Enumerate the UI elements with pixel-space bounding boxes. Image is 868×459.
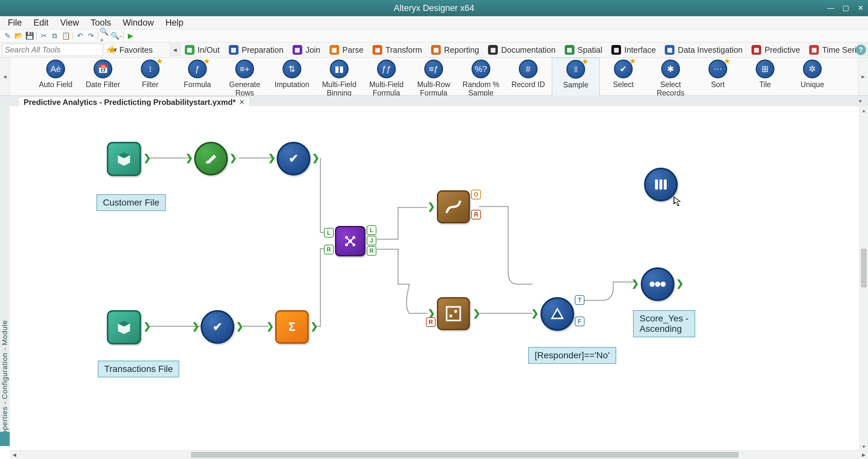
node-select-customer[interactable]: ✔: [277, 142, 310, 176]
category-preparation[interactable]: ▦Preparation: [224, 44, 288, 56]
category-transform[interactable]: ▦Transform: [368, 44, 427, 56]
category-spatial[interactable]: ▦Spatial: [560, 44, 607, 56]
node-input-customer[interactable]: [107, 142, 141, 176]
canvas[interactable]: Customer File ✔ Transactions File ✔ Σ: [10, 106, 868, 451]
scroll-up-icon[interactable]: ▴: [860, 106, 868, 115]
category-documentation[interactable]: ▦Documentation: [484, 44, 560, 56]
tool-auto-field[interactable]: AėAuto Field: [32, 58, 79, 97]
maximize-button[interactable]: ▢: [838, 0, 853, 16]
tab-close-icon[interactable]: ✕: [239, 98, 245, 106]
menu-window[interactable]: Window: [117, 17, 160, 29]
category-predictive[interactable]: ▦Predictive: [747, 44, 805, 56]
port-true-out[interactable]: T: [575, 295, 585, 305]
horizontal-scrollbar[interactable]: ◂ ▸: [10, 450, 868, 459]
output-port[interactable]: [143, 152, 151, 164]
menu-view[interactable]: View: [54, 17, 85, 29]
input-port[interactable]: [268, 152, 275, 164]
node-sample-drag[interactable]: [644, 168, 678, 201]
node-filter[interactable]: T F: [540, 297, 574, 331]
node-input-transactions[interactable]: [107, 310, 141, 344]
node-sort[interactable]: [641, 267, 675, 301]
redo-icon[interactable]: ↷: [86, 31, 96, 41]
tool-random-sample[interactable]: %?Random % Sample: [457, 58, 504, 97]
tool-multi-field-formula[interactable]: ƒƒMulti-Field Formula: [363, 58, 410, 97]
favorites-tab[interactable]: ★ Favorites: [104, 44, 170, 56]
output-port[interactable]: [312, 152, 319, 164]
tool-sort[interactable]: ⋯★Sort: [694, 58, 741, 97]
input-port[interactable]: [531, 307, 538, 319]
tool-generate-rows[interactable]: ≡+Generate Rows: [221, 58, 268, 97]
zoom-out-icon[interactable]: 🔍-: [111, 31, 122, 41]
node-score-top[interactable]: O R: [437, 190, 470, 223]
copy-icon[interactable]: ⧉: [49, 31, 60, 41]
new-icon[interactable]: ✎: [2, 31, 13, 41]
tool-select-records[interactable]: ✱Select Records: [647, 58, 694, 97]
tool-record-id[interactable]: #Record ID: [504, 58, 552, 97]
input-port[interactable]: [192, 320, 199, 332]
node-summarize[interactable]: Σ: [275, 310, 309, 344]
search-input[interactable]: [2, 45, 105, 55]
help-icon[interactable]: ?: [856, 45, 866, 55]
tool-tile[interactable]: ⊞Tile: [741, 58, 789, 97]
tool-filter[interactable]: ⫶★Filter: [127, 58, 174, 97]
output-port[interactable]: [676, 277, 684, 289]
join-port-l-out[interactable]: L: [367, 225, 376, 235]
category-in-out[interactable]: ▦In/Out: [180, 44, 224, 56]
output-port[interactable]: [236, 320, 243, 332]
node-join[interactable]: L R L J R: [335, 226, 365, 256]
tool-unique[interactable]: ✲Unique: [789, 58, 836, 97]
category-interface[interactable]: ▦Interface: [607, 44, 660, 56]
search-tool-box[interactable]: ⚡ ▾: [2, 44, 103, 56]
category-data-investigation[interactable]: ▦Data Investigation: [660, 44, 747, 56]
join-port-r-out[interactable]: R: [367, 246, 376, 256]
close-button[interactable]: ✕: [853, 0, 868, 16]
output-port[interactable]: [229, 152, 237, 164]
scroll-down-icon[interactable]: ▾: [860, 442, 868, 451]
join-port-j-out[interactable]: J: [367, 236, 376, 245]
port-false-out[interactable]: F: [575, 316, 585, 326]
palette-nav-right-icon[interactable]: ▸: [858, 58, 868, 95]
minimize-button[interactable]: —: [823, 0, 838, 16]
scroll-thumb-h[interactable]: [191, 452, 739, 458]
tool-formula[interactable]: ƒ★Formula: [174, 58, 221, 97]
input-port[interactable]: [631, 277, 639, 289]
node-select-transactions[interactable]: ✔: [200, 310, 234, 344]
paste-icon[interactable]: 📋: [60, 31, 71, 41]
input-port[interactable]: [266, 320, 274, 332]
join-port-r-in[interactable]: R: [324, 245, 334, 254]
tool-multi-row-formula[interactable]: ≡ƒMulti-Row Formula: [410, 58, 457, 97]
tool-sample[interactable]: ⫴★Sample: [552, 58, 600, 97]
input-port[interactable]: [427, 200, 435, 212]
join-port-l-in[interactable]: L: [324, 228, 334, 238]
panel-handle-icon[interactable]: [0, 432, 10, 446]
cut-icon[interactable]: ✂: [38, 31, 49, 41]
vertical-scrollbar[interactable]: ▴ ▾: [859, 106, 868, 451]
scroll-thumb[interactable]: [861, 249, 867, 287]
tool-imputation[interactable]: ⇅Imputation: [268, 58, 315, 97]
input-port[interactable]: [185, 152, 193, 164]
tool-multi-field-binning[interactable]: ▮▮Multi-Field Binning: [315, 58, 363, 97]
category-time-series[interactable]: ▦Time Series: [805, 44, 858, 56]
port-o-out[interactable]: O: [471, 190, 481, 200]
menu-help[interactable]: Help: [160, 17, 189, 29]
tool-date-filter[interactable]: 📅Date Filter: [79, 58, 127, 97]
category-parse[interactable]: ▦Parse: [325, 44, 368, 56]
output-port[interactable]: [472, 307, 480, 319]
category-nav-left-icon[interactable]: ◂: [170, 44, 180, 56]
properties-panel-collapsed[interactable]: Properties - Configuration - Module: [0, 106, 10, 446]
tool-select[interactable]: ✔★Select: [600, 58, 647, 97]
menu-edit[interactable]: Edit: [28, 17, 55, 29]
category-reporting[interactable]: ▦Reporting: [427, 44, 484, 56]
node-score-bottom[interactable]: R: [437, 297, 470, 330]
output-port[interactable]: [310, 320, 318, 332]
run-icon[interactable]: ▶: [125, 31, 136, 41]
node-data-cleansing[interactable]: [194, 142, 228, 176]
zoom-in-icon[interactable]: 🔍+: [100, 31, 111, 41]
port-r-out[interactable]: R: [471, 210, 481, 219]
port-r-in[interactable]: R: [426, 317, 436, 327]
menu-file[interactable]: File: [2, 17, 28, 29]
category-join[interactable]: ▦Join: [288, 44, 325, 56]
output-port[interactable]: [143, 320, 151, 332]
open-icon[interactable]: 📂: [13, 31, 24, 41]
save-icon[interactable]: 💾: [24, 31, 35, 41]
